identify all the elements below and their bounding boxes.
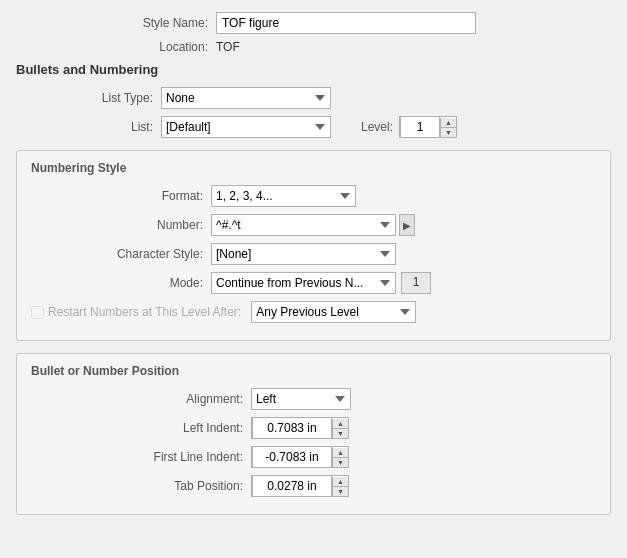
first-line-up-btn[interactable]: ▲ xyxy=(333,448,348,458)
location-label: Location: xyxy=(16,40,216,54)
first-line-spinner[interactable]: ▲ ▼ xyxy=(251,446,349,468)
level-up-btn[interactable]: ▲ xyxy=(441,118,456,128)
number-select[interactable]: ^#.^t xyxy=(211,214,396,236)
tab-pos-up-btn[interactable]: ▲ xyxy=(333,477,348,487)
restart-row: Restart Numbers at This Level After: Any… xyxy=(31,301,596,323)
bullet-position-panel: Bullet or Number Position Alignment: Lef… xyxy=(16,353,611,515)
level-spinner[interactable]: ▲ ▼ xyxy=(399,116,457,138)
first-line-label: First Line Indent: xyxy=(31,450,251,464)
style-name-input[interactable] xyxy=(216,12,476,34)
list-type-select[interactable]: None xyxy=(161,87,331,109)
restart-checkbox[interactable] xyxy=(31,306,44,319)
first-line-input[interactable] xyxy=(252,446,332,468)
level-label: Level: xyxy=(361,120,393,134)
left-indent-spinner[interactable]: ▲ ▼ xyxy=(251,417,349,439)
numbering-style-panel: Numbering Style Format: 1, 2, 3, 4... Nu… xyxy=(16,150,611,341)
list-select[interactable]: [Default] xyxy=(161,116,331,138)
left-indent-up-btn[interactable]: ▲ xyxy=(333,419,348,429)
style-name-label: Style Name: xyxy=(16,16,216,30)
level-input[interactable] xyxy=(400,116,440,138)
mode-number-display: 1 xyxy=(401,272,431,294)
mode-select[interactable]: Continue from Previous N... Start At xyxy=(211,272,396,294)
level-down-btn[interactable]: ▼ xyxy=(441,128,456,137)
numbering-style-title: Numbering Style xyxy=(31,161,596,175)
char-style-select[interactable]: [None] xyxy=(211,243,396,265)
format-label: Format: xyxy=(31,189,211,203)
bullet-position-title: Bullet or Number Position xyxy=(31,364,596,378)
number-label: Number: xyxy=(31,218,211,232)
number-expand-btn[interactable]: ▶ xyxy=(399,214,415,236)
first-line-down-btn[interactable]: ▼ xyxy=(333,458,348,467)
tab-pos-label: Tab Position: xyxy=(31,479,251,493)
char-style-label: Character Style: xyxy=(31,247,211,261)
bullets-numbering-header: Bullets and Numbering xyxy=(16,62,611,77)
tab-pos-down-btn[interactable]: ▼ xyxy=(333,487,348,496)
left-indent-input[interactable] xyxy=(252,417,332,439)
left-indent-label: Left Indent: xyxy=(31,421,251,435)
location-value: TOF xyxy=(216,40,240,54)
tab-pos-spinner[interactable]: ▲ ▼ xyxy=(251,475,349,497)
restart-label: Restart Numbers at This Level After: xyxy=(48,305,241,319)
tab-pos-input[interactable] xyxy=(252,475,332,497)
list-type-label: List Type: xyxy=(16,91,161,105)
list-label: List: xyxy=(16,120,161,134)
left-indent-down-btn[interactable]: ▼ xyxy=(333,429,348,438)
mode-row: Continue from Previous N... Start At 1 xyxy=(211,272,431,294)
mode-label: Mode: xyxy=(31,276,211,290)
alignment-label: Alignment: xyxy=(31,392,251,406)
any-prev-select[interactable]: Any Previous Level xyxy=(251,301,416,323)
alignment-select[interactable]: Left Center Right xyxy=(251,388,351,410)
format-select[interactable]: 1, 2, 3, 4... xyxy=(211,185,356,207)
